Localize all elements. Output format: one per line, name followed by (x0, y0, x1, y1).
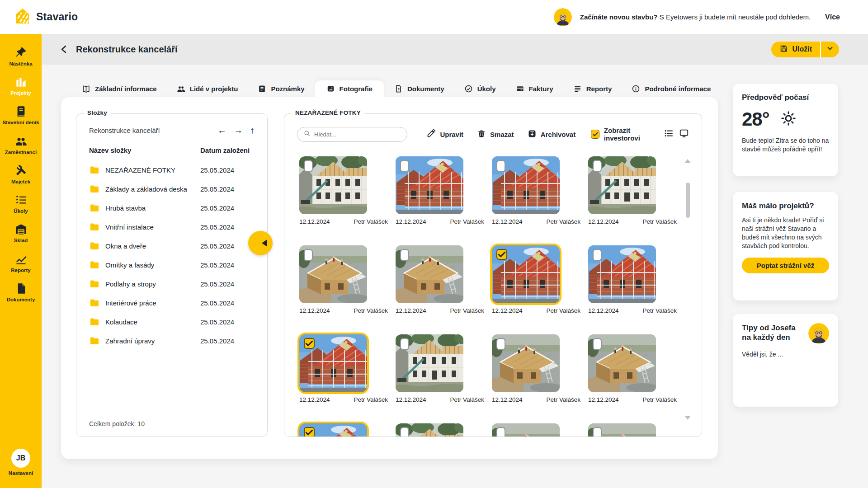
photo-checkbox-checked[interactable] (304, 427, 315, 436)
tab-z-kladn-informace[interactable]: Základní informace (72, 80, 167, 97)
photo-checkbox[interactable] (593, 338, 602, 350)
photo-thumbnail[interactable] (396, 423, 463, 436)
tab-faktury[interactable]: Faktury (506, 80, 563, 97)
photo-tile[interactable]: 12.12.2024Petr Valášek (588, 334, 656, 403)
photo-checkbox[interactable] (593, 427, 602, 436)
photo-thumbnail[interactable] (588, 334, 656, 392)
photo-thumbnail[interactable] (492, 245, 560, 303)
photo-tile[interactable]: 12.12.2024Petr Valášek (299, 156, 367, 225)
folder-row[interactable]: Omítky a fasády25.05.2024 (89, 255, 255, 274)
folder-row[interactable]: Okna a dveře25.05.2024 (89, 236, 255, 255)
info-icon (632, 84, 640, 93)
photo-thumbnail[interactable] (588, 423, 656, 436)
photo-thumbnail[interactable] (299, 423, 367, 436)
sidebar-item-assets[interactable]: Majetek (0, 160, 42, 189)
photo-tile[interactable]: 12.12.2024Petr Valášek (299, 423, 367, 436)
sidebar-item-dashboard[interactable]: Nástěnka (0, 42, 42, 71)
photo-tile[interactable]: 12.12.2024Petr Valášek (396, 245, 463, 314)
folder-row[interactable]: Vnitřní instalace25.05.2024 (89, 217, 255, 236)
photo-checkbox[interactable] (400, 160, 409, 172)
save-button[interactable]: Uložit (771, 42, 820, 57)
promo-button[interactable]: Poptat strážní věž (742, 258, 829, 273)
sidebar-item-warehouse[interactable]: Sklad (0, 219, 42, 248)
sidebar-item-journal[interactable]: Stavební deník (0, 101, 42, 130)
photo-checkbox[interactable] (400, 249, 409, 261)
photo-tile[interactable]: 12.12.2024Petr Valášek (396, 334, 463, 403)
tab--koly[interactable]: Úkoly (454, 80, 506, 97)
photo-tile[interactable]: 12.12.2024Petr Valášek (588, 156, 656, 225)
photo-checkbox-checked[interactable] (304, 338, 315, 349)
photo-tile[interactable]: 12.12.2024Petr Valášek (588, 423, 656, 436)
folder-row[interactable]: NEZAŘAZENÉ FOTKY25.05.2024 (89, 160, 255, 179)
photo-tile[interactable]: 12.12.2024Petr Valášek (492, 245, 560, 314)
sidebar-item-documents[interactable]: Dokumenty (0, 278, 42, 307)
photo-tile[interactable]: 12.12.2024Petr Valášek (396, 156, 463, 225)
tab-reporty[interactable]: Reporty (563, 80, 622, 97)
photo-tile[interactable]: 12.12.2024Petr Valášek (492, 156, 560, 225)
photo-thumbnail[interactable] (299, 334, 367, 392)
photo-thumbnail[interactable] (588, 156, 656, 214)
photo-checkbox[interactable] (496, 427, 505, 436)
folder-row[interactable]: Podlahy a stropy25.05.2024 (89, 274, 255, 293)
sidebar-item-projects[interactable]: Projekty (0, 71, 42, 101)
collapse-folders-button[interactable] (248, 231, 273, 255)
folder-row[interactable]: Interiérové práce25.05.2024 (89, 293, 255, 312)
photo-thumbnail[interactable] (396, 334, 463, 392)
photo-thumbnail[interactable] (492, 334, 560, 392)
tab-dokumenty[interactable]: Dokumenty (384, 80, 454, 97)
back-button[interactable] (58, 43, 71, 56)
edit-button[interactable]: Upravit (426, 129, 463, 140)
arrow-left-icon[interactable]: ← (217, 126, 226, 135)
scrollbar-thumb[interactable] (686, 183, 690, 218)
tab-pozn-mky[interactable]: Poznámky (248, 80, 314, 97)
photo-checkbox[interactable] (304, 249, 313, 261)
sidebar-item-tasks[interactable]: Úkoly (0, 189, 42, 219)
folder-row[interactable]: Zahradní úpravy25.05.2024 (89, 331, 255, 350)
more-link[interactable]: Více (825, 13, 840, 21)
delete-button[interactable]: Smazat (477, 129, 514, 140)
search-input[interactable] (314, 131, 401, 138)
tab-fotografie[interactable]: Fotografie (315, 80, 384, 97)
scroll-up-arrow[interactable] (684, 159, 691, 163)
photo-tile[interactable]: 12.12.2024Petr Valášek (299, 334, 367, 403)
photo-thumbnail[interactable] (396, 156, 463, 214)
sidebar-item-employees[interactable]: Zaměstnanci (0, 131, 42, 160)
photo-thumbnail[interactable] (299, 156, 367, 214)
show-investor-checkbox[interactable]: Zobrazit investorovi (591, 127, 664, 142)
folder-row[interactable]: Hrubá stavba25.05.2024 (89, 198, 255, 217)
list-view-icon[interactable] (664, 128, 674, 140)
brand[interactable]: Stavario (14, 7, 78, 27)
photo-checkbox[interactable] (400, 338, 409, 350)
photo-thumbnail[interactable] (492, 156, 560, 214)
save-more-button[interactable] (820, 42, 839, 57)
photo-thumbnail[interactable] (396, 245, 463, 303)
photo-thumbnail[interactable] (299, 245, 367, 303)
photo-tile[interactable]: 12.12.2024Petr Valášek (299, 245, 367, 314)
photo-checkbox[interactable] (593, 249, 602, 261)
photo-tile[interactable]: 12.12.2024Petr Valášek (492, 423, 560, 436)
photo-tile[interactable]: 12.12.2024Petr Valášek (396, 423, 463, 436)
sidebar-item-reports[interactable]: Reporty (0, 249, 42, 278)
photo-tile[interactable]: 12.12.2024Petr Valášek (492, 334, 560, 403)
photo-checkbox[interactable] (304, 160, 313, 172)
folder-row[interactable]: Základy a základová deska25.05.2024 (89, 179, 255, 198)
arrow-right-icon[interactable]: → (234, 126, 243, 135)
scroll-down-arrow[interactable] (684, 416, 691, 420)
photo-checkbox[interactable] (593, 160, 602, 172)
photo-checkbox-checked[interactable] (496, 249, 507, 260)
tab-podrobn-informace[interactable]: Podrobné informace (622, 80, 721, 97)
sidebar-item-settings[interactable]: JB Nastavení (9, 449, 33, 488)
tab-lid-v-projektu[interactable]: Lidé v projektu (167, 80, 248, 97)
arrow-up-icon[interactable]: ↑ (250, 126, 255, 135)
photo-checkbox[interactable] (496, 160, 505, 172)
photo-thumbnail[interactable] (588, 245, 656, 303)
photo-tile[interactable]: 12.12.2024Petr Valášek (588, 245, 656, 314)
search-box[interactable] (297, 127, 407, 142)
photo-thumbnail[interactable] (492, 423, 560, 436)
photo-checkbox[interactable] (400, 427, 409, 436)
user-avatar[interactable]: JB (11, 449, 30, 468)
archive-button[interactable]: Archivovat (528, 129, 576, 140)
monitor-icon[interactable] (679, 128, 689, 140)
folder-row[interactable]: Kolaudace25.05.2024 (89, 312, 255, 331)
photo-checkbox[interactable] (496, 338, 505, 350)
